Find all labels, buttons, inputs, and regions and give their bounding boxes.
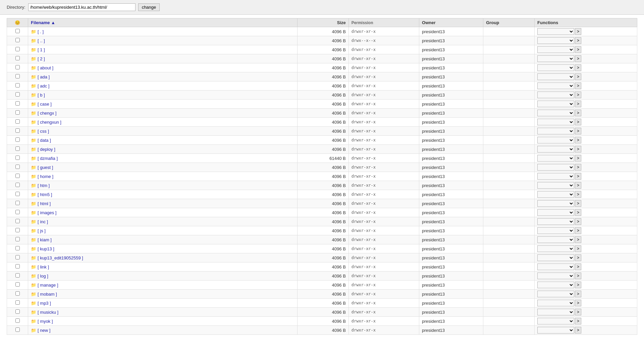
filename-link[interactable]: [ 2 ] [38,56,45,61]
function-select[interactable]: OpenRenameDeleteMoveCopyProperties [537,209,574,216]
row-checkbox[interactable] [15,210,20,214]
function-select[interactable]: OpenRenameDeleteMoveCopyProperties [537,263,574,270]
go-button[interactable]: > [575,28,581,35]
filename-link[interactable]: [ case ] [38,102,52,107]
filename-link[interactable]: [ new ] [38,328,50,333]
function-select[interactable]: OpenRenameDeleteMoveCopyProperties [537,37,574,44]
go-button[interactable]: > [575,236,581,243]
row-checkbox[interactable] [15,201,20,205]
row-checkbox[interactable] [15,65,20,69]
function-select[interactable]: OpenRenameDeleteMoveCopyProperties [537,119,574,125]
row-checkbox[interactable] [15,128,20,133]
go-button[interactable]: > [575,309,581,315]
go-button[interactable]: > [575,327,581,334]
row-checkbox[interactable] [15,309,20,314]
filename-link[interactable]: [ js ] [38,228,46,233]
go-button[interactable]: > [575,137,581,143]
function-select[interactable]: OpenRenameDeleteMoveCopyProperties [537,327,574,334]
filename-link[interactable]: [ myok ] [38,319,53,324]
go-button[interactable]: > [575,128,581,134]
go-button[interactable]: > [575,300,581,306]
go-button[interactable]: > [575,92,581,98]
row-checkbox[interactable] [15,219,20,223]
function-select[interactable]: OpenRenameDeleteMoveCopyProperties [537,64,574,71]
row-checkbox[interactable] [15,300,20,305]
row-checkbox[interactable] [15,192,20,196]
filename-link[interactable]: [ link ] [38,264,49,269]
row-checkbox[interactable] [15,156,20,160]
function-select[interactable]: OpenRenameDeleteMoveCopyProperties [537,236,574,243]
function-select[interactable]: OpenRenameDeleteMoveCopyProperties [537,164,574,171]
row-checkbox[interactable] [15,273,20,278]
function-select[interactable]: OpenRenameDeleteMoveCopyProperties [537,173,574,180]
row-checkbox[interactable] [15,119,20,124]
function-select[interactable]: OpenRenameDeleteMoveCopyProperties [537,300,574,306]
go-button[interactable]: > [575,318,581,324]
go-button[interactable]: > [575,227,581,234]
filename-link[interactable]: [ b ] [38,93,45,98]
function-select[interactable]: OpenRenameDeleteMoveCopyProperties [537,46,574,53]
row-checkbox[interactable] [15,246,20,250]
function-select[interactable]: OpenRenameDeleteMoveCopyProperties [537,245,574,252]
filename-link[interactable]: [ htm5 ] [38,192,52,197]
row-checkbox[interactable] [15,92,20,97]
filename-link[interactable]: [ kup13_edit19052559 ] [38,255,83,260]
row-checkbox[interactable] [15,56,20,60]
filename-link[interactable]: [ chengxun ] [38,120,61,125]
row-checkbox[interactable] [15,165,20,169]
go-button[interactable]: > [575,155,581,162]
go-button[interactable]: > [575,182,581,189]
function-select[interactable]: OpenRenameDeleteMoveCopyProperties [537,218,574,225]
go-button[interactable]: > [575,101,581,107]
filename-link[interactable]: [ home ] [38,174,53,179]
go-button[interactable]: > [575,263,581,270]
row-checkbox[interactable] [15,101,20,106]
function-select[interactable]: OpenRenameDeleteMoveCopyProperties [537,291,574,297]
go-button[interactable]: > [575,82,581,89]
function-select[interactable]: OpenRenameDeleteMoveCopyProperties [537,128,574,134]
go-button[interactable]: > [575,245,581,252]
filename-link[interactable]: [ inc ] [38,219,48,224]
row-checkbox[interactable] [15,183,20,187]
row-checkbox[interactable] [15,264,20,268]
filename-link[interactable]: [ .. ] [38,38,45,43]
row-checkbox[interactable] [15,38,20,42]
function-select[interactable]: OpenRenameDeleteMoveCopyProperties [537,137,574,143]
go-button[interactable]: > [575,55,581,62]
go-button[interactable]: > [575,291,581,297]
row-checkbox[interactable] [15,228,20,232]
function-select[interactable]: OpenRenameDeleteMoveCopyProperties [537,110,574,116]
function-select[interactable]: OpenRenameDeleteMoveCopyProperties [537,146,574,153]
filename-link[interactable]: [ mobam ] [38,292,57,297]
filename-link[interactable]: [ . ] [38,29,44,34]
filename-link[interactable]: [ html ] [38,201,51,206]
function-select[interactable]: OpenRenameDeleteMoveCopyProperties [537,73,574,80]
function-select[interactable]: OpenRenameDeleteMoveCopyProperties [537,200,574,207]
filename-link[interactable]: [ kup13 ] [38,246,54,251]
go-button[interactable]: > [575,164,581,171]
row-checkbox[interactable] [15,237,20,241]
row-checkbox[interactable] [15,291,20,296]
go-button[interactable]: > [575,73,581,80]
function-select[interactable]: OpenRenameDeleteMoveCopyProperties [537,55,574,62]
function-select[interactable]: OpenRenameDeleteMoveCopyProperties [537,82,574,89]
go-button[interactable]: > [575,282,581,288]
go-button[interactable]: > [575,191,581,198]
go-button[interactable]: > [575,254,581,261]
go-button[interactable]: > [575,218,581,225]
filename-link[interactable]: [ ada ] [38,74,50,79]
go-button[interactable]: > [575,273,581,279]
filename-header[interactable]: Filename ▲ [28,18,298,27]
go-button[interactable]: > [575,37,581,44]
filename-link[interactable]: [ about ] [38,65,53,70]
row-checkbox[interactable] [15,174,20,178]
go-button[interactable]: > [575,173,581,180]
go-button[interactable]: > [575,64,581,71]
function-select[interactable]: OpenRenameDeleteMoveCopyProperties [537,309,574,315]
row-checkbox[interactable] [15,29,20,33]
function-select[interactable]: OpenRenameDeleteMoveCopyProperties [537,155,574,162]
function-select[interactable]: OpenRenameDeleteMoveCopyProperties [537,227,574,234]
function-select[interactable]: OpenRenameDeleteMoveCopyProperties [537,282,574,288]
row-checkbox[interactable] [15,282,20,287]
function-select[interactable]: OpenRenameDeleteMoveCopyProperties [537,182,574,189]
